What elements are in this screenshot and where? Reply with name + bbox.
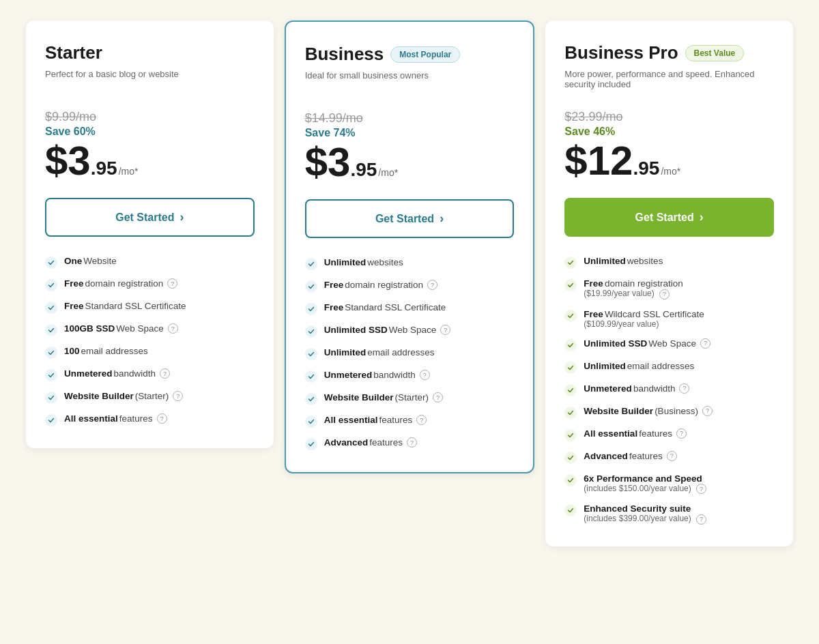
- feature-text: Unlimited websites: [324, 257, 403, 267]
- feature-bold: Website Builder: [64, 391, 134, 401]
- check-icon: [564, 339, 577, 351]
- feature-item: One Website: [45, 256, 255, 269]
- plan-card-business-pro: Business ProBest ValueMore power, perfor…: [545, 20, 793, 546]
- plan-save-business-pro: Save 46%: [564, 126, 774, 138]
- feature-item: Unlimited email addresses: [564, 361, 774, 374]
- feature-text: Free domain registration?: [324, 280, 437, 290]
- feature-bold: One: [64, 256, 82, 266]
- check-icon: [564, 279, 577, 291]
- feature-text: Enhanced Security suite(includes $399.00…: [584, 503, 706, 525]
- arrow-icon: ›: [179, 210, 184, 224]
- info-icon[interactable]: ?: [700, 338, 710, 349]
- check-icon: [45, 414, 57, 426]
- plan-original-price-business-pro: $23.99/mo: [564, 110, 774, 124]
- check-icon: [305, 280, 317, 293]
- price-per-business-pro: /mo*: [661, 166, 680, 177]
- feature-text-inline: Unlimited SSD Web Space?: [584, 338, 710, 349]
- feature-rest: features: [379, 415, 412, 425]
- get-started-button-business[interactable]: Get Started ›: [305, 199, 515, 238]
- plan-save-starter: Save 60%: [45, 126, 255, 138]
- feature-text-inline: Unlimited email addresses: [324, 347, 435, 357]
- feature-text-inline: Unmetered bandwidth?: [324, 370, 430, 380]
- info-icon[interactable]: ?: [440, 325, 450, 335]
- check-icon: [564, 474, 577, 486]
- check-icon: [564, 362, 577, 374]
- plan-card-business: BusinessMost PopularIdeal for small busi…: [285, 20, 535, 473]
- check-icon: [305, 370, 317, 383]
- info-icon[interactable]: ?: [696, 514, 706, 525]
- info-icon[interactable]: ?: [420, 370, 430, 380]
- features-list-business-pro: Unlimited websites Free domain registrat…: [564, 256, 774, 525]
- check-icon: [45, 324, 57, 336]
- feature-text: Free domain registration?: [64, 278, 177, 289]
- info-icon[interactable]: ?: [433, 392, 443, 402]
- feature-item: Website Builder (Starter)?: [305, 392, 515, 405]
- feature-rest: Web Space: [389, 325, 437, 335]
- info-icon[interactable]: ?: [157, 413, 167, 424]
- feature-text: Free Wildcard SSL Certificate($109.99/ye…: [584, 309, 704, 329]
- feature-text-inline: 100 email addresses: [64, 346, 148, 356]
- feature-rest: features: [629, 451, 663, 461]
- feature-item: Unlimited SSD Web Space?: [564, 338, 774, 351]
- plan-desc-business-pro: More power, performance and speed. Enhan…: [564, 69, 774, 93]
- info-icon[interactable]: ?: [679, 383, 689, 394]
- feature-item: Enhanced Security suite(includes $399.00…: [564, 503, 774, 525]
- feature-text-inline: One Website: [64, 256, 117, 266]
- info-icon[interactable]: ?: [167, 278, 177, 289]
- check-icon: [305, 303, 317, 315]
- feature-bold: Free: [584, 278, 603, 289]
- check-icon: [564, 257, 577, 269]
- info-icon[interactable]: ?: [160, 368, 170, 379]
- feature-text: Advanced features?: [584, 451, 676, 461]
- plan-price-starter: $3 .95 /mo*: [45, 141, 255, 181]
- feature-item: Website Builder (Business)?: [564, 406, 774, 419]
- feature-item: Free domain registration($19.99/year val…: [564, 278, 774, 299]
- feature-item: Unmetered bandwidth?: [564, 383, 774, 396]
- check-icon: [45, 302, 57, 314]
- plan-original-price-starter: $9.99/mo: [45, 110, 255, 124]
- price-per-business: /mo*: [378, 167, 398, 178]
- feature-rest: Standard SSL Certificate: [85, 301, 186, 311]
- check-icon: [305, 438, 317, 450]
- feature-text-inline: Unmetered bandwidth?: [584, 383, 689, 394]
- feature-text: Website Builder (Starter)?: [324, 392, 443, 402]
- feature-text: All essential features?: [584, 428, 687, 439]
- feature-bold: Website Builder: [584, 406, 653, 416]
- feature-item: Free domain registration?: [305, 280, 515, 293]
- feature-text: Unlimited email addresses: [584, 361, 694, 371]
- info-icon[interactable]: ?: [416, 415, 427, 425]
- feature-item: Advanced features?: [564, 451, 774, 464]
- feature-rest: email addresses: [627, 361, 694, 371]
- info-icon[interactable]: ?: [667, 451, 677, 461]
- plans-container: StarterPerfect for a basic blog or websi…: [20, 20, 799, 546]
- plan-badge-business: Most Popular: [390, 46, 460, 63]
- feature-sub: (includes $399.00/year value) ?: [584, 514, 706, 525]
- feature-text-inline: 6x Performance and Speed: [584, 473, 706, 484]
- info-icon[interactable]: ?: [427, 280, 437, 290]
- get-started-button-business-pro[interactable]: Get Started ›: [564, 198, 774, 237]
- info-icon[interactable]: ?: [676, 428, 687, 439]
- feature-text-inline: Website Builder (Starter)?: [64, 391, 183, 401]
- check-icon: [45, 279, 57, 291]
- price-dollar-business: $3: [305, 142, 351, 183]
- info-icon[interactable]: ?: [173, 391, 183, 401]
- info-icon[interactable]: ?: [696, 484, 706, 494]
- feature-text-inline: Free domain registration?: [64, 278, 177, 289]
- info-icon[interactable]: ?: [702, 406, 713, 416]
- feature-bold: 100GB SSD: [64, 323, 115, 334]
- check-icon: [305, 393, 317, 405]
- feature-text-inline: Free domain registration?: [324, 280, 437, 290]
- plan-header-business-pro: Business ProBest Value: [564, 42, 774, 63]
- plan-header-starter: Starter: [45, 42, 255, 63]
- plan-title-business-pro: Business Pro: [564, 42, 678, 63]
- info-icon[interactable]: ?: [407, 437, 417, 448]
- check-icon: [564, 310, 577, 322]
- feature-rest: websites: [367, 257, 403, 267]
- feature-item: All essential features?: [564, 428, 774, 441]
- feature-rest: websites: [627, 256, 663, 266]
- get-started-button-starter[interactable]: Get Started ›: [45, 198, 255, 237]
- price-decimal-business-pro: .95: [633, 158, 659, 179]
- info-icon[interactable]: ?: [168, 323, 178, 334]
- feature-text-inline: Unlimited email addresses: [584, 361, 694, 371]
- info-icon[interactable]: ?: [659, 289, 670, 299]
